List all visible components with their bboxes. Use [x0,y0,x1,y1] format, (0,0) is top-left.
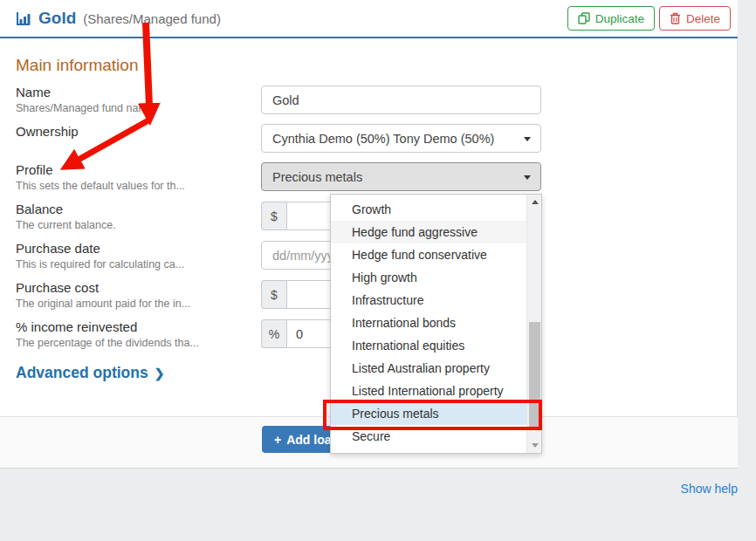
ownership-select[interactable]: Cynthia Demo (50%) Tony Demo (50%) [261,124,541,153]
scroll-up-button[interactable] [527,195,542,209]
profile-option-hedge-fund-conservative[interactable]: Hedge fund conservative [331,243,526,266]
triangle-up-icon [532,200,539,204]
profile-field-wrap: Precious metals [261,162,541,191]
advanced-options-link[interactable]: Advanced options ❯ [16,364,164,382]
name-input[interactable] [261,86,541,114]
section-title: Main information [16,56,138,75]
profile-option-high-growth[interactable]: High growth [331,266,526,289]
advanced-options-label: Advanced options [16,364,148,382]
card-header: Gold (Shares/Managed fund) Duplicate [0,0,738,38]
trash-icon [670,12,681,24]
profile-option-growth[interactable]: Growth [331,198,526,221]
balance-label-group: Balance The current balance. [16,202,253,231]
purchase-cost-label: Purchase cost [16,280,253,295]
ownership-label-group: Ownership [16,124,253,139]
purchase-date-label: Purchase date [16,241,253,256]
profile-option-secure[interactable]: Secure [331,425,526,448]
chevron-right-icon: ❯ [155,366,165,380]
profile-option-precious-metals[interactable]: Precious metals [331,402,526,425]
income-reinvested-label-group: % income reinvested The percentage of th… [16,319,253,349]
dropdown-scrollbar[interactable] [526,195,541,453]
title-wrap: Gold (Shares/Managed fund) [16,9,221,28]
purchase-date-label-group: Purchase date This is required for calcu… [16,241,253,270]
balance-label: Balance [16,202,253,216]
profile-option-international-bonds[interactable]: International bonds [331,312,526,334]
profile-select[interactable]: Precious metals [261,162,541,191]
copy-icon [578,12,590,24]
name-label: Name [16,85,253,99]
ownership-label: Ownership [16,124,253,139]
duplicate-button[interactable]: Duplicate [567,6,655,31]
ownership-field-wrap: Cynthia Demo (50%) Tony Demo (50%) [261,124,541,153]
profile-label-group: Profile This sets the default values for… [16,162,253,192]
triangle-down-icon [532,443,539,448]
purchase-cost-hint: The original amount paid for the in... [16,298,253,310]
profile-dropdown: GrowthHedge fund aggressiveHedge fund co… [330,194,542,454]
delete-button[interactable]: Delete [659,6,731,31]
profile-option-listed-australian-property[interactable]: Listed Australian property [331,357,526,380]
profile-value: Precious metals [272,170,362,184]
income-reinvested-hint: The percentage of the dividends tha... [16,337,253,349]
dollar-prefix: $ [261,280,286,309]
page: Gold (Shares/Managed fund) Duplicate [0,0,756,541]
page-subtitle: (Shares/Managed fund) [83,11,221,26]
dollar-prefix: $ [261,202,286,230]
name-label-group: Name Shares/Managed fund name [16,85,253,114]
income-reinvested-label: % income reinvested [16,319,253,334]
header-actions: Duplicate Delete [567,6,731,31]
purchase-date-hint: This is required for calculating ca... [16,258,253,270]
scrollbar-thumb[interactable] [529,322,540,428]
page-title: Gold [38,9,76,28]
percent-prefix: % [261,319,286,348]
scroll-down-button[interactable] [527,438,542,453]
show-help-link[interactable]: Show help [681,482,738,496]
bar-chart-icon [16,11,31,26]
purchase-cost-label-group: Purchase cost The original amount paid f… [16,280,253,310]
profile-option-international-equities[interactable]: International equities [331,334,526,357]
profile-option-hedge-fund-aggressive[interactable]: Hedge fund aggressive [331,221,526,243]
duplicate-label: Duplicate [595,12,644,25]
chevron-down-icon [524,137,531,141]
profile-options-list: GrowthHedge fund aggressiveHedge fund co… [331,195,526,453]
profile-hint: This sets the default values for th... [16,180,253,192]
chevron-down-icon [524,175,531,180]
delete-label: Delete [686,12,720,25]
profile-label: Profile [16,162,253,177]
profile-option-infrastructure[interactable]: Infrastructure [331,289,526,312]
plus-icon: + [274,433,281,447]
ownership-value: Cynthia Demo (50%) Tony Demo (50%) [272,132,494,146]
balance-hint: The current balance. [16,219,253,231]
name-field-wrap [261,86,541,114]
profile-option-listed-international-property[interactable]: Listed International property [331,380,526,402]
name-hint: Shares/Managed fund name [16,102,253,114]
